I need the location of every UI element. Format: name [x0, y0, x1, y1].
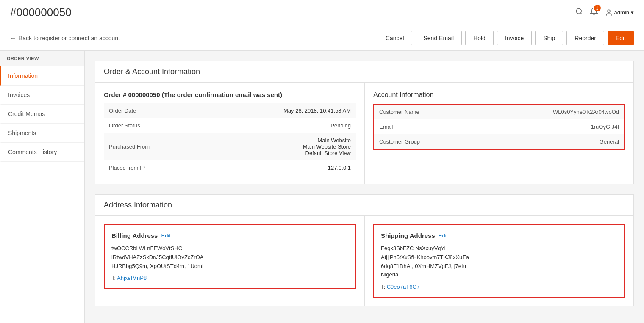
cancel-button[interactable]: Cancel: [378, 31, 412, 45]
account-field-label-2: Customer Group: [374, 134, 474, 149]
account-info-box: Customer NameWL0s0Yyhe0 k2Ar04woOdEmail1…: [373, 104, 625, 150]
billing-phone-link[interactable]: AhjxeIMnP8: [117, 275, 147, 281]
order-info-grid: Order # 000000050 (The order confirmatio…: [95, 83, 633, 184]
svg-point-0: [576, 8, 581, 14]
address-grid: Billing Address Edit twOCCRbLWI nFEWoVtS…: [95, 216, 633, 306]
order-section-header: Order & Account Information: [95, 61, 633, 83]
billing-address-col: Billing Address Edit twOCCRbLWI nFEWoVtS…: [95, 216, 364, 306]
edit-button[interactable]: Edit: [608, 31, 634, 45]
address-section: Address Information Billing Address Edit…: [95, 194, 634, 306]
account-info-col: Account Information Customer NameWL0s0Yy…: [364, 83, 633, 184]
shipping-edit-link[interactable]: Edit: [439, 232, 448, 239]
sidebar-item-comments-history[interactable]: Comments History: [0, 143, 84, 162]
top-header: #000000050 1 admin ▾: [0, 0, 644, 25]
send-email-button[interactable]: Send Email: [416, 31, 462, 45]
shipping-phone: T: C9eo7aT6O7: [381, 284, 617, 290]
order-field-value-2: Main WebsiteMain Website StoreDefault St…: [204, 133, 356, 160]
reorder-button[interactable]: Reorder: [566, 31, 604, 45]
shipping-address-box: Shipping Address Edit Feqk3SbFZC NsXxuyV…: [373, 224, 625, 298]
content-area: Order & Account Information Order # 0000…: [85, 51, 644, 323]
billing-phone: T: AhjxeIMnP8: [111, 275, 348, 281]
sidebar: ORDER VIEW Information Invoices Credit M…: [0, 51, 85, 323]
order-field-label-2: Purchased From: [104, 133, 204, 160]
sidebar-item-invoices[interactable]: Invoices: [0, 86, 84, 105]
account-field-value-1: 1ruOyGfJ4I: [474, 119, 624, 134]
search-icon[interactable]: [575, 8, 583, 17]
sidebar-item-credit-memos[interactable]: Credit Memos: [0, 105, 84, 124]
page-title: #000000050: [10, 6, 72, 19]
order-info-col: Order # 000000050 (The order confirmatio…: [95, 83, 364, 184]
account-field-value-0: WL0s0Yyhe0 k2Ar04woOd: [474, 105, 624, 119]
order-heading: Order # 000000050 (The order confirmatio…: [104, 91, 356, 98]
shipping-address-title: Shipping Address Edit: [381, 232, 617, 239]
admin-chevron-icon: ▾: [631, 9, 634, 16]
account-info-title: Account Information: [373, 91, 625, 99]
invoice-button[interactable]: Invoice: [497, 31, 532, 45]
order-field-value-1: Pending: [204, 118, 356, 133]
sidebar-title: ORDER VIEW: [0, 51, 84, 66]
action-bar: ← Back to register or connect an account…: [0, 25, 644, 51]
sidebar-item-shipments[interactable]: Shipments: [0, 124, 84, 143]
order-field-value-3: 127.0.0.1: [204, 160, 356, 175]
shipping-phone-link[interactable]: C9eo7aT6O7: [387, 284, 420, 290]
billing-edit-link[interactable]: Edit: [161, 232, 170, 239]
account-details-table: Customer NameWL0s0Yyhe0 k2Ar04woOdEmail1…: [374, 105, 624, 149]
account-field-label-1: Email: [374, 119, 474, 134]
shipping-address-text: Feqk3SbFZC NsXxuyVgYiAtjjjPn5tXxSfHKhoov…: [381, 244, 617, 279]
account-field-value-2: General: [474, 134, 624, 149]
billing-address-box: Billing Address Edit twOCCRbLWI nFEWoVtS…: [104, 224, 356, 289]
admin-menu[interactable]: admin ▾: [605, 9, 634, 17]
ship-button[interactable]: Ship: [535, 31, 563, 45]
hold-button[interactable]: Hold: [465, 31, 494, 45]
account-field-label-0: Customer Name: [374, 105, 474, 119]
main-layout: ORDER VIEW Information Invoices Credit M…: [0, 51, 644, 323]
order-field-label-3: Placed from IP: [104, 160, 204, 175]
svg-point-2: [608, 10, 610, 12]
shipping-address-col: Shipping Address Edit Feqk3SbFZC NsXxuyV…: [364, 216, 633, 306]
notification-badge: 1: [594, 5, 601, 11]
header-right: 1 admin ▾: [575, 7, 634, 18]
billing-address-text: twOCCRbLWI nFEWoVtSHClRtwdVHAZzSkDnJ5Cqt…: [111, 244, 348, 271]
back-link[interactable]: ← Back to register or connect an account: [10, 35, 120, 41]
billing-address-title: Billing Address Edit: [111, 232, 348, 239]
order-details-table: Order DateMay 28, 2018, 10:41:58 AMOrder…: [104, 103, 356, 175]
sidebar-item-information[interactable]: Information: [0, 66, 84, 86]
order-field-value-0: May 28, 2018, 10:41:58 AM: [204, 103, 356, 118]
notifications-button[interactable]: 1: [590, 7, 598, 18]
address-section-header: Address Information: [95, 195, 633, 216]
order-field-label-0: Order Date: [104, 103, 204, 118]
order-account-section: Order & Account Information Order # 0000…: [95, 61, 634, 184]
admin-label: admin: [614, 9, 629, 16]
back-link-label: Back to register or connect an account: [19, 35, 120, 41]
back-arrow-icon: ←: [10, 35, 16, 41]
order-field-label-1: Order Status: [104, 118, 204, 133]
svg-line-1: [580, 13, 582, 14]
